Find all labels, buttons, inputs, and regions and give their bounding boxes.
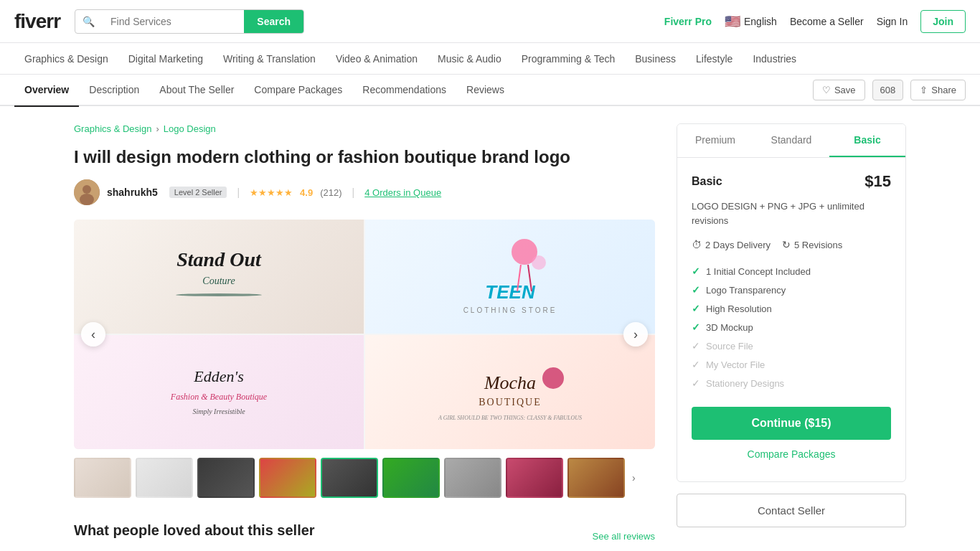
header-right: Fiverr Pro 🇺🇸 English Become a Seller Si… <box>664 10 966 33</box>
review-count: (212) <box>320 187 341 198</box>
nav-music-audio[interactable]: Music & Audio <box>428 43 512 75</box>
breadcrumb-child[interactable]: Logo Design <box>164 123 216 134</box>
thumbnail-5[interactable] <box>321 458 378 498</box>
avatar-image <box>74 179 100 205</box>
nav-industries[interactable]: Industries <box>743 43 806 75</box>
thumbnail-9[interactable] <box>567 458 625 498</box>
gallery-next-button[interactable]: › <box>623 322 648 347</box>
divider2: | <box>352 187 355 198</box>
search-icon: 🔍 <box>75 10 102 33</box>
delivery-days: 2 Days Delivery <box>705 240 771 250</box>
x-icon-5: ✓ <box>692 340 700 352</box>
thumbnail-8[interactable] <box>506 458 563 498</box>
become-seller-link[interactable]: Become a Seller <box>790 16 864 27</box>
seller-name[interactable]: shahrukh5 <box>107 187 158 198</box>
tab-about-seller[interactable]: About The Seller <box>149 74 244 105</box>
divider: | <box>237 187 240 198</box>
continue-button[interactable]: Continue ($15) <box>692 407 891 440</box>
contact-seller-button[interactable]: Contact Seller <box>677 494 906 527</box>
thumbnail-next-arrow[interactable]: › <box>629 458 639 498</box>
tab-overview[interactable]: Overview <box>14 74 79 107</box>
breadcrumb-separator: › <box>156 123 159 134</box>
people-loved-title: What people loved about this seller <box>74 522 315 539</box>
svg-text:BOUTIQUE: BOUTIQUE <box>479 397 542 408</box>
sub-nav-links: Overview Description About The Seller Co… <box>14 74 813 105</box>
thumbnail-6[interactable] <box>382 458 440 498</box>
thumbnail-1[interactable] <box>74 458 131 498</box>
features-list: ✓ 1 Initial Concept Included ✓ Logo Tran… <box>692 262 891 392</box>
tab-description[interactable]: Description <box>79 74 149 105</box>
queue-info[interactable]: 4 Orders in Queue <box>364 187 441 198</box>
svg-point-18 <box>542 367 564 389</box>
revisions-info: ↻ 5 Revisions <box>782 239 842 250</box>
nav-graphics-design[interactable]: Graphics & Design <box>14 43 118 75</box>
feature-label-6: My Vector File <box>706 359 765 370</box>
package-header: Basic $15 <box>692 172 891 191</box>
breadcrumb-parent[interactable]: Graphics & Design <box>74 123 151 134</box>
svg-text:CLOTHING STORE: CLOTHING STORE <box>463 306 557 314</box>
see-all-reviews-link[interactable]: See all reviews <box>593 531 655 542</box>
tab-reviews[interactable]: Reviews <box>456 74 514 105</box>
thumbnail-7[interactable] <box>444 458 501 498</box>
x-icon-7: ✓ <box>692 377 700 389</box>
thumbnail-3[interactable] <box>197 458 255 498</box>
search-input[interactable] <box>102 10 244 33</box>
feature-label-7: Stationery Designs <box>706 378 784 389</box>
search-button[interactable]: Search <box>244 10 303 33</box>
package-body: Basic $15 LOGO DESIGN + PNG + JPG + unli… <box>677 158 905 481</box>
avatar <box>74 179 100 205</box>
seller-badge: Level 2 Seller <box>169 187 227 198</box>
save-button[interactable]: ♡ Save <box>813 80 865 100</box>
delivery-info: ⏱ 2 Days Delivery <box>692 239 771 250</box>
feature-item-7: ✓ Stationery Designs <box>692 374 891 392</box>
seller-info: shahrukh5 Level 2 Seller | ★★★★★ 4.9 (21… <box>74 179 655 205</box>
language-selector[interactable]: 🇺🇸 English <box>725 14 777 29</box>
thumbnail-2[interactable] <box>136 458 193 498</box>
nav-lifestyle[interactable]: Lifestyle <box>686 43 743 75</box>
feature-item-4: ✓ 3D Mockup <box>692 318 891 336</box>
package-price: $15 <box>864 172 891 191</box>
nav-digital-marketing[interactable]: Digital Marketing <box>118 43 213 75</box>
compare-packages-link[interactable]: Compare Packages <box>692 448 891 460</box>
feature-item-3: ✓ High Resolution <box>692 299 891 318</box>
feature-label-4: 3D Mockup <box>706 322 753 333</box>
join-button[interactable]: Join <box>920 10 966 33</box>
logo[interactable]: fiverr <box>14 10 60 33</box>
feature-label-1: 1 Initial Concept Included <box>706 266 811 277</box>
tab-recommendations[interactable]: Recommendations <box>352 74 456 105</box>
feature-item-5: ✓ Source File <box>692 336 891 355</box>
svg-text:Couture: Couture <box>202 276 235 286</box>
feature-item-1: ✓ 1 Initial Concept Included <box>692 262 891 281</box>
thumbnail-4[interactable] <box>259 458 316 498</box>
feature-item-2: ✓ Logo Transparency <box>692 281 891 299</box>
package-tabs: Premium Standard Basic <box>677 124 905 158</box>
gallery-prev-button[interactable]: ‹ <box>81 322 105 347</box>
left-column: Graphics & Design › Logo Design I will d… <box>74 123 655 551</box>
top-header: fiverr 🔍 Search Fiverr Pro 🇺🇸 English Be… <box>0 0 980 43</box>
logo-text: fiverr <box>14 10 60 32</box>
tab-premium[interactable]: Premium <box>677 124 753 157</box>
heart-icon: ♡ <box>822 85 831 95</box>
svg-text:Fashion & Beauty Boutique: Fashion & Beauty Boutique <box>170 392 268 402</box>
tab-basic[interactable]: Basic <box>829 124 905 157</box>
nav-programming-tech[interactable]: Programming & Tech <box>512 43 625 75</box>
svg-text:Simply Irresistible: Simply Irresistible <box>192 408 245 415</box>
nav-video-animation[interactable]: Video & Animation <box>326 43 428 75</box>
svg-text:TEEN: TEEN <box>485 281 536 303</box>
sign-in-link[interactable]: Sign In <box>877 16 908 27</box>
nav-business[interactable]: Business <box>625 43 686 75</box>
tab-standard[interactable]: Standard <box>753 124 829 157</box>
nav-writing-translation[interactable]: Writing & Translation <box>213 43 326 75</box>
tab-compare-packages[interactable]: Compare Packages <box>244 74 352 105</box>
gallery-main: Stand Out Couture TEEN CLOTHING STORE <box>74 220 655 449</box>
clock-icon: ⏱ <box>692 239 702 250</box>
svg-text:Stand Out: Stand Out <box>176 248 262 270</box>
share-button[interactable]: ⇧ Share <box>910 80 966 100</box>
gallery-image-2: TEEN CLOTHING STORE <box>365 220 655 334</box>
fiverr-pro-link[interactable]: Fiverr Pro <box>664 16 712 27</box>
package-description: LOGO DESIGN + PNG + JPG + unlimited revi… <box>692 199 891 227</box>
svg-point-5 <box>176 293 262 296</box>
gallery-image-4: Mocha BOUTIQUE A GIRL SHOULD BE TWO THIN… <box>365 335 655 449</box>
gallery: Stand Out Couture TEEN CLOTHING STORE <box>74 220 655 449</box>
check-icon-4: ✓ <box>692 321 700 333</box>
